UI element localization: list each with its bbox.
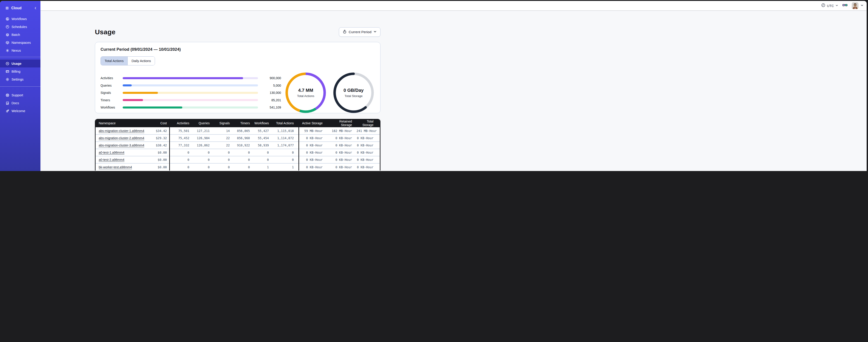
table-cell: 0 [192,149,212,156]
brand-label: Cloud [11,6,33,10]
period-selector-button[interactable]: Current Period [339,27,380,37]
main-area: UTC [40,1,434,171]
table-cell: 1,174,077 [271,142,299,149]
current-period-card: Current Period (09/01/2024 — 10/01/2024)… [95,42,380,113]
sidebar-item-label: Docs [11,101,19,105]
namespace-cell: abs-migration-cluster-3.a98mm4 [96,142,153,149]
usage-gauge-icon [5,62,9,65]
table-cell: 126,862 [192,142,212,149]
bar-label: Queries [100,84,120,87]
tab-total-actions[interactable]: Total Actions [101,57,127,65]
table-cell: 182 MB-Hour [325,127,354,134]
sidebar-item-label: Usage [11,62,22,65]
sidebar-item-label: Workflows [11,17,27,21]
table-cell: 1,114,872 [271,134,299,142]
collapse-sidebar-icon[interactable] [33,6,37,10]
sidebar-item-billing[interactable]: Billing [0,67,40,75]
table-cell: $38.42 [153,142,169,149]
namespace-usage-table: NamespaceCostActivitiesQueriesSignalsTim… [95,119,380,171]
table-cell: 856,865 [232,127,252,134]
table-row: abs-migration-cluster-2.a98mm4$29.3275,4… [96,134,380,142]
sidebar-account-group: Usage Billing Settings [0,57,40,86]
sidebar-item-support[interactable]: Support [0,91,40,99]
column-header-timers: Timers [232,119,252,127]
table-cell: 0 [271,156,299,163]
card-title: Current Period (09/01/2024 — 10/01/2024) [100,47,375,52]
table-cell: 1 [252,163,271,171]
sidebar-item-workflows[interactable]: Workflows [0,15,40,23]
table-cell: 55,454 [252,134,271,142]
batch-icon [5,33,9,37]
sidebar-footer-group: Support Docs [0,87,40,117]
bar-fill [123,106,182,108]
column-header-retained-storage: Retained Storage [325,119,354,127]
sidebar: Cloud Workflows Schedules [0,1,40,171]
table-cell: 0 [192,156,212,163]
table-cell: $0.00 [153,163,169,171]
column-header-signals: Signals [212,119,232,127]
table-row: a0-test-2.a98mm4$0.000000000 KB-Hour0 KB… [96,156,380,163]
sidebar-item-docs[interactable]: Docs [0,99,40,107]
table-cell: 0 KB-Hour [299,156,325,163]
bar-fill [123,99,143,101]
table-cell: 0 KB-Hour [354,134,380,142]
column-header-cost: Cost [153,119,169,127]
content: Usage Current Period [40,11,434,171]
table-cell: 0 [169,149,192,156]
table-cell: 0 [212,156,232,163]
namespace-link[interactable]: a0-test-1.a98mm4 [99,151,124,154]
page-title: Usage [95,28,116,36]
sidebar-item-batch[interactable]: Batch [0,31,40,39]
chart-row: Activities900,000Queries5,000Signals130,… [100,71,375,114]
table-cell: 0 KB-Hour [325,142,354,149]
namespaces-icon [5,41,9,44]
total-actions-donut: 4.7 MM Total Actions [284,71,327,114]
chevron-down-icon [373,30,377,34]
bar-fill [123,84,132,87]
table-cell: 22 [212,142,232,149]
sidebar-item-settings[interactable]: Settings [0,75,40,83]
namespace-link[interactable]: a0-test-2.a98mm4 [99,158,124,162]
sidebar-item-welcome[interactable]: Welcome [0,107,40,115]
sidebar-item-label: Support [11,93,23,97]
sidebar-item-label: Namespaces [11,41,31,44]
sidebar-item-usage[interactable]: Usage [0,60,40,67]
bar-fill [123,77,243,79]
table-cell: 22 [212,134,232,142]
column-header-queries: Queries [192,119,212,127]
table-cell: $0.00 [153,156,169,163]
bar-track [123,77,258,79]
page-head: Usage Current Period [95,27,380,37]
sidebar-item-namespaces[interactable]: Namespaces [0,39,40,46]
bar-track [123,99,258,101]
table-cell: 14 [212,127,232,134]
table-cell: 0 KB-Hour [299,149,325,156]
donut-value: 0 GB/Day [344,88,364,93]
donut-label: Total Actions [297,94,314,98]
namespace-link[interactable]: abs-migration-cluster-3.a98mm4 [99,143,144,147]
bar-row-workflows: Workflows541,109 [100,104,279,111]
sidebar-item-nexus[interactable]: Nexus [0,46,40,55]
table-cell: 0 KB-Hour [325,149,354,156]
tab-daily-actions[interactable]: Daily Actions [127,57,155,65]
table-cell: 0 KB-Hour [299,142,325,149]
namespace-cell: abs-migration-cluster-2.a98mm4 [96,134,153,142]
namespace-cell: bk-worker-test.a98mm4 [96,163,153,171]
table-cell: 0 [271,149,299,156]
table-cell: 55,427 [252,127,271,134]
sidebar-item-label: Schedules [11,25,27,29]
namespace-link[interactable]: abs-migration-cluster-2.a98mm4 [99,136,144,140]
topbar: UTC [40,1,434,11]
bar-track [123,92,258,94]
table-cell: 126,984 [192,134,212,142]
brand-row: Cloud [0,3,40,13]
table-cell: 127,211 [192,127,212,134]
table-row: a0-test-1.a98mm4$0.000000000 KB-Hour0 KB… [96,149,380,156]
namespace-link[interactable]: bk-worker-test.a98mm4 [99,165,132,169]
table-cell: 77,332 [169,142,192,149]
sidebar-item-label: Welcome [11,109,25,113]
table-cell: 0 KB-Hour [354,163,380,171]
namespace-link[interactable]: abs-migration-cluster-1.a98mm4 [99,129,144,133]
donut-charts: 4.7 MM Total Actions 0 GB/Day Total Stor… [284,71,375,114]
sidebar-item-schedules[interactable]: Schedules [0,23,40,31]
